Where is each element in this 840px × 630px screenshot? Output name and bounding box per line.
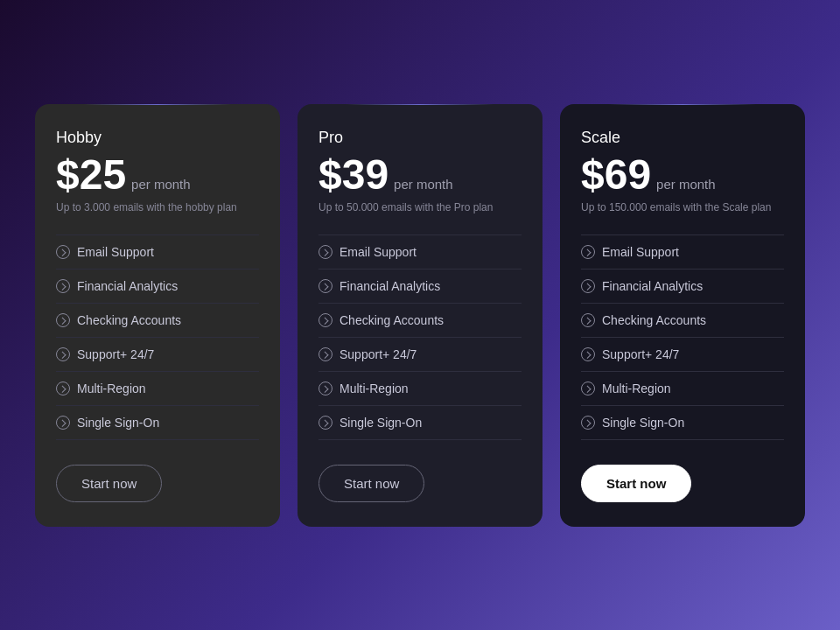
features-list-scale: Email SupportFinancial AnalyticsChecking… bbox=[581, 231, 784, 440]
check-icon bbox=[318, 245, 332, 259]
features-list-pro: Email SupportFinancial AnalyticsChecking… bbox=[318, 231, 522, 440]
feature-label: Multi-Region bbox=[602, 382, 671, 396]
feature-label: Financial Analytics bbox=[340, 279, 440, 293]
feature-label: Single Sign-On bbox=[77, 416, 159, 430]
check-icon bbox=[56, 279, 70, 293]
start-button-pro[interactable]: Start now bbox=[318, 465, 424, 502]
feature-label: Single Sign-On bbox=[602, 416, 684, 430]
feature-label: Checking Accounts bbox=[77, 313, 181, 327]
pricing-container: Hobby$25per monthUp to 3.000 emails with… bbox=[18, 87, 822, 544]
plan-period-scale: per month bbox=[656, 177, 716, 192]
list-item: Checking Accounts bbox=[581, 304, 784, 338]
check-icon bbox=[581, 279, 595, 293]
check-icon bbox=[318, 279, 332, 293]
plan-description-hobby: Up to 3.000 emails with the hobby plan bbox=[56, 201, 259, 214]
features-list-hobby: Email SupportFinancial AnalyticsChecking… bbox=[56, 231, 259, 440]
check-icon bbox=[56, 416, 70, 430]
plan-name-hobby: Hobby bbox=[56, 129, 259, 147]
feature-label: Financial Analytics bbox=[602, 279, 703, 293]
plan-price-row-pro: $39per month bbox=[318, 154, 522, 196]
pricing-card-scale: Scale$69per monthUp to 150.000 emails wi… bbox=[560, 104, 805, 527]
feature-label: Checking Accounts bbox=[340, 313, 444, 327]
list-item: Financial Analytics bbox=[318, 270, 522, 304]
card-top-border bbox=[609, 104, 756, 105]
plan-name-scale: Scale bbox=[581, 129, 784, 147]
check-icon bbox=[581, 347, 595, 361]
start-button-hobby[interactable]: Start now bbox=[56, 465, 162, 502]
feature-label: Support+ 24/7 bbox=[340, 347, 416, 361]
check-icon bbox=[56, 382, 70, 396]
feature-label: Multi-Region bbox=[340, 382, 409, 396]
plan-period-pro: per month bbox=[394, 177, 453, 192]
list-item: Email Support bbox=[581, 234, 784, 270]
list-item: Support+ 24/7 bbox=[581, 338, 784, 372]
plan-price-scale: $69 bbox=[581, 154, 651, 196]
plan-price-pro: $39 bbox=[318, 154, 388, 196]
list-item: Financial Analytics bbox=[581, 270, 784, 304]
feature-label: Email Support bbox=[602, 245, 679, 259]
list-item: Email Support bbox=[318, 234, 522, 270]
list-item: Checking Accounts bbox=[318, 304, 522, 338]
feature-label: Multi-Region bbox=[77, 382, 146, 396]
list-item: Support+ 24/7 bbox=[318, 338, 522, 372]
start-button-scale[interactable]: Start now bbox=[581, 465, 691, 502]
list-item: Multi-Region bbox=[581, 372, 784, 406]
list-item: Support+ 24/7 bbox=[56, 338, 259, 372]
list-item: Multi-Region bbox=[56, 372, 259, 406]
check-icon bbox=[581, 313, 595, 327]
feature-label: Email Support bbox=[77, 245, 154, 259]
list-item: Single Sign-On bbox=[56, 406, 259, 440]
check-icon bbox=[581, 382, 595, 396]
feature-label: Support+ 24/7 bbox=[77, 347, 154, 361]
check-icon bbox=[581, 245, 595, 259]
check-icon bbox=[318, 416, 332, 430]
feature-label: Single Sign-On bbox=[340, 416, 422, 430]
list-item: Financial Analytics bbox=[56, 270, 259, 304]
plan-price-row-hobby: $25per month bbox=[56, 154, 259, 196]
feature-label: Support+ 24/7 bbox=[602, 347, 679, 361]
list-item: Email Support bbox=[56, 234, 259, 270]
check-icon bbox=[56, 313, 70, 327]
check-icon bbox=[581, 416, 595, 430]
card-top-border bbox=[84, 104, 231, 105]
feature-label: Checking Accounts bbox=[602, 313, 706, 327]
list-item: Single Sign-On bbox=[581, 406, 784, 440]
check-icon bbox=[56, 347, 70, 361]
plan-price-row-scale: $69per month bbox=[581, 154, 784, 196]
list-item: Checking Accounts bbox=[56, 304, 259, 338]
plan-description-pro: Up to 50.000 emails with the Pro plan bbox=[318, 201, 522, 214]
feature-label: Financial Analytics bbox=[77, 279, 178, 293]
check-icon bbox=[56, 245, 70, 259]
card-top-border bbox=[346, 104, 494, 105]
list-item: Multi-Region bbox=[318, 372, 522, 406]
plan-description-scale: Up to 150.000 emails with the Scale plan bbox=[581, 201, 784, 214]
pricing-card-hobby: Hobby$25per monthUp to 3.000 emails with… bbox=[35, 104, 280, 527]
pricing-card-pro: Pro$39per monthUp to 50.000 emails with … bbox=[298, 104, 542, 527]
check-icon bbox=[318, 313, 332, 327]
list-item: Single Sign-On bbox=[318, 406, 522, 440]
feature-label: Email Support bbox=[340, 245, 416, 259]
plan-name-pro: Pro bbox=[318, 129, 522, 147]
check-icon bbox=[318, 382, 332, 396]
plan-period-hobby: per month bbox=[131, 177, 191, 192]
check-icon bbox=[318, 347, 332, 361]
plan-price-hobby: $25 bbox=[56, 154, 126, 196]
